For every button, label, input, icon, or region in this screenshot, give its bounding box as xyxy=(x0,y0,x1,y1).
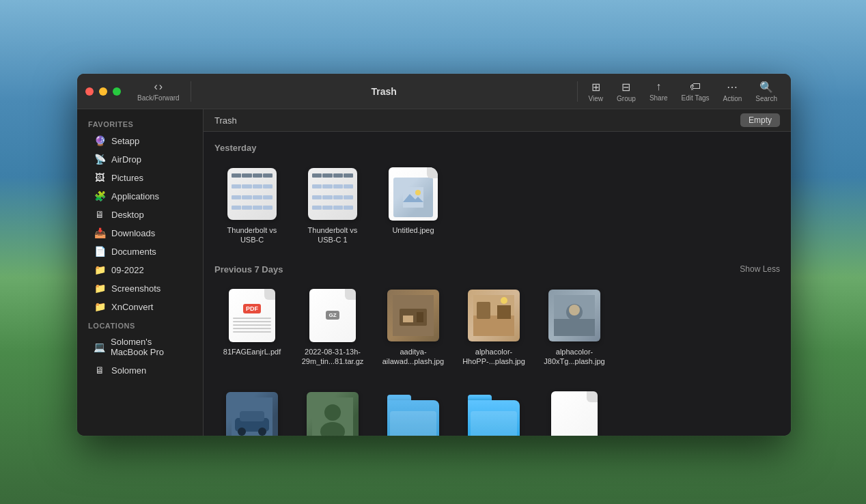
empty-button[interactable]: Empty xyxy=(740,113,780,127)
view-button[interactable]: ⊞ View xyxy=(583,78,609,105)
car-photo-wrapper xyxy=(225,391,279,436)
sidebar-item-09-2022[interactable]: 📁 09-2022 xyxy=(83,261,197,279)
close-button[interactable] xyxy=(85,87,94,96)
sidebar-item-label-desktop: Desktop xyxy=(111,210,144,220)
sidebar-item-xnconvert[interactable]: 📁 XnConvert xyxy=(83,298,197,316)
file-grid-area[interactable]: Yesterday xyxy=(204,132,791,436)
search-icon: 🔍 xyxy=(759,81,773,94)
blue-folder-2-wrapper xyxy=(466,391,521,436)
file-car-photo[interactable] xyxy=(214,385,290,436)
thunderbolt-icon-wrapper xyxy=(225,167,279,221)
file-name-thunderbolt-1: Thunderbolt vs USB-C xyxy=(220,225,284,245)
maximize-button[interactable] xyxy=(113,87,121,96)
sidebar-item-label-setapp: Setapp xyxy=(111,136,139,146)
view-label: View xyxy=(589,95,604,102)
file-name-alphacolor-hhopp: alphacolor-HhoPP-...plash.jpg xyxy=(462,347,526,367)
favorites-label: Favorites xyxy=(77,115,203,131)
portrait-photo-wrapper xyxy=(305,391,360,436)
sidebar-item-documents[interactable]: 📄 Documents xyxy=(83,242,197,260)
file-alphacolor-hhopp[interactable]: alphacolor-HhoPP-...plash.jpg xyxy=(456,283,531,372)
spreadsheet-grid xyxy=(232,173,273,216)
gz-icon-wrapper: GZ xyxy=(305,288,360,343)
tag-icon: 🏷 xyxy=(690,81,701,93)
back-icon: ‹ xyxy=(154,81,158,93)
group-button[interactable]: ⊟ Group xyxy=(611,78,641,105)
sidebar-item-setapp[interactable]: 🔮 Setapp xyxy=(83,132,197,150)
sidebar-item-desktop[interactable]: 🖥 Desktop xyxy=(83,206,197,223)
spreadsheet-grid-2 xyxy=(312,173,353,216)
search-label: Search xyxy=(755,95,777,102)
downloads-icon: 📥 xyxy=(94,227,106,238)
edit-tags-label: Edit Tags xyxy=(682,94,710,102)
file-81fageanjrl-pdf[interactable]: PDF 81FAGEanjrL.pdf xyxy=(214,283,290,372)
file-name-alphacolor-j80x: alphacolor-J80xTg...plash.jpg xyxy=(542,347,606,367)
sidebar-item-airdrop[interactable]: 📡 AirDrop xyxy=(83,150,197,168)
back-forward-button[interactable]: ‹ › Back/Forward xyxy=(132,78,185,104)
file-alphacolor-j80x[interactable]: alphacolor-J80xTg...plash.jpg xyxy=(537,283,612,372)
car-photo-icon xyxy=(226,392,278,436)
share-button[interactable]: ↑ Share xyxy=(644,78,673,104)
gz-badge: GZ xyxy=(326,311,339,320)
file-name-thunderbolt-2: Thunderbolt vs USB-C 1 xyxy=(301,225,365,245)
jpeg-mountain-svg xyxy=(403,187,423,208)
file-thunderbolt-vs-usbc-1[interactable]: Thunderbolt vs USB-C 1 xyxy=(295,161,370,251)
file-blue-folder[interactable] xyxy=(376,385,451,436)
documents-icon: 📄 xyxy=(94,246,106,257)
sidebar-item-applications[interactable]: 🧩 Applications xyxy=(83,187,197,205)
file-portrait-photo[interactable] xyxy=(295,385,370,436)
file-untitled-jpeg[interactable]: Untitled.jpeg xyxy=(376,161,451,251)
yesterday-section-header: Yesterday xyxy=(214,143,780,153)
file-blue-folder-2[interactable] xyxy=(456,385,531,436)
sidebar-item-macbook-pro[interactable]: 💻 Solomen's MacBook Pro xyxy=(83,333,197,361)
alphacolor-hhopp-wrapper xyxy=(466,288,521,343)
airdrop-icon: 📡 xyxy=(94,154,106,165)
sidebar-item-label-09-2022: 09-2022 xyxy=(111,265,144,275)
traffic-lights xyxy=(85,87,121,96)
pdf-icon-wrapper: PDF xyxy=(225,288,279,343)
spreadsheet-icon-2 xyxy=(308,168,357,220)
edit-tags-button[interactable]: 🏷 Edit Tags xyxy=(676,78,715,104)
action-button[interactable]: ⋯ Action xyxy=(718,78,748,105)
sidebar-item-label-screenshots: Screenshots xyxy=(111,283,160,294)
pdf-file-icon: PDF xyxy=(229,289,275,342)
show-less-button[interactable]: Show Less xyxy=(740,264,780,274)
back-forward-label: Back/Forward xyxy=(137,94,180,102)
view-icon: ⊞ xyxy=(591,81,600,94)
svg-rect-18 xyxy=(240,411,264,421)
file-doc-white[interactable] xyxy=(537,385,612,436)
sidebar-item-label-airdrop: AirDrop xyxy=(111,154,141,165)
file-thunderbolt-vs-usbc[interactable]: Thunderbolt vs USB-C xyxy=(214,161,290,251)
file-name-tar-gz: 2022-08-31-13h-29m_tin...81.tar.gz xyxy=(301,347,365,367)
aaditya-photo-icon xyxy=(387,290,439,341)
search-button[interactable]: 🔍 Search xyxy=(750,78,783,105)
file-tar-gz[interactable]: GZ 2022-08-31-13h-29m_tin...81.tar.gz xyxy=(295,283,370,372)
file-name-aaditya: aaditya-ailawad...plash.jpg xyxy=(381,347,445,367)
svg-point-11 xyxy=(501,297,507,304)
aaditya-photo-wrapper xyxy=(386,288,441,343)
sidebar-item-pictures[interactable]: 🖼 Pictures xyxy=(83,169,197,186)
svg-rect-9 xyxy=(477,302,490,319)
previous-7-days-title: Previous 7 Days xyxy=(214,264,283,275)
file-name-pdf: 81FAGEanjrL.pdf xyxy=(223,347,281,356)
file-aaditya-photo[interactable]: aaditya-ailawad...plash.jpg xyxy=(376,283,451,372)
applications-icon: 🧩 xyxy=(94,191,106,201)
action-icon: ⋯ xyxy=(727,81,738,94)
screenshots-icon: 📁 xyxy=(94,283,106,294)
sidebar-item-downloads[interactable]: 📥 Downloads xyxy=(83,224,197,242)
sidebar-item-solomen[interactable]: 🖥 Solomen xyxy=(83,361,197,379)
minimize-button[interactable] xyxy=(99,87,107,96)
svg-point-22 xyxy=(324,404,341,421)
toolbar-divider-1 xyxy=(191,81,191,102)
thunderbolt-icon-wrapper-2 xyxy=(305,167,360,221)
sidebar-item-label-applications: Applications xyxy=(111,191,159,201)
share-icon: ↑ xyxy=(656,81,661,93)
svg-rect-10 xyxy=(497,305,511,319)
setapp-icon: 🔮 xyxy=(94,135,106,146)
sidebar-item-screenshots[interactable]: 📁 Screenshots xyxy=(83,279,197,297)
breadcrumb: Trash xyxy=(214,115,237,126)
folder-icon-blue xyxy=(387,395,439,436)
svg-point-19 xyxy=(238,428,246,436)
spreadsheet-icon xyxy=(227,168,277,220)
macbook-icon: 💻 xyxy=(94,341,105,352)
svg-point-15 xyxy=(569,305,580,316)
